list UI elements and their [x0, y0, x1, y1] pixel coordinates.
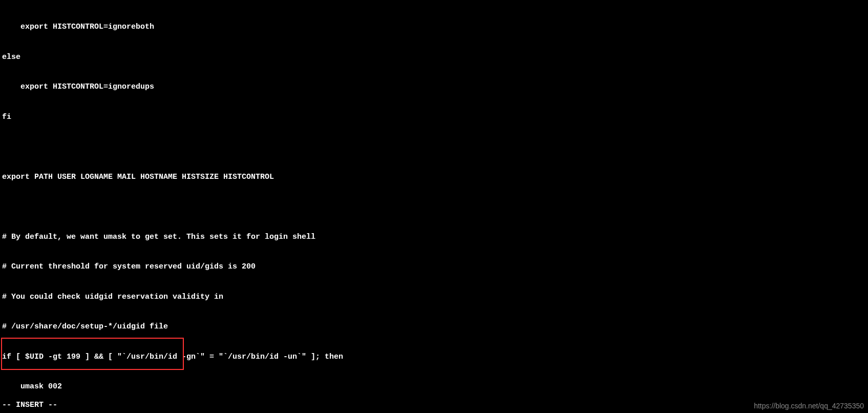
- code-line: fi: [2, 112, 866, 122]
- code-line: # Current threshold for system reserved …: [2, 262, 866, 272]
- vim-mode-status: -- INSERT --: [2, 400, 57, 410]
- code-line: # You could check uidgid reservation val…: [2, 292, 866, 302]
- code-line: # /usr/share/doc/setup-*/uidgid file: [2, 322, 866, 332]
- terminal-editor[interactable]: export HISTCONTROL=ignoreboth else expor…: [2, 2, 866, 413]
- watermark-text: https://blog.csdn.net/qq_42735350: [754, 401, 864, 411]
- code-line: else: [2, 52, 866, 63]
- code-line: umask 002: [2, 382, 866, 392]
- code-line: export PATH USER LOGNAME MAIL HOSTNAME H…: [2, 172, 866, 182]
- code-line: export HISTCONTROL=ignoreboth: [2, 22, 866, 32]
- code-line: [2, 202, 866, 212]
- code-line: if [ $UID -gt 199 ] && [ "`/usr/bin/id -…: [2, 352, 866, 362]
- code-line: # By default, we want umask to get set. …: [2, 232, 866, 242]
- code-line: export HISTCONTROL=ignoredups: [2, 82, 866, 92]
- code-line: [2, 142, 866, 152]
